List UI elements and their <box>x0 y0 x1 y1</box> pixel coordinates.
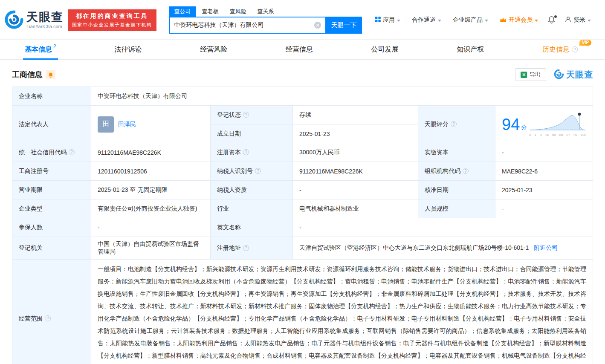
nav-apps-label: 应用 <box>383 16 395 24</box>
label-industry: 行业 <box>211 199 293 218</box>
value-reg-status: 存续 <box>293 106 418 124</box>
label-tianyan-score: 天眼评分? <box>418 106 495 143</box>
table-row: 经营范围? 一般项目：电池制造【分支机构经营】；新兴能源技术研发；资源再生利用技… <box>12 260 593 364</box>
slogan-line-2: 国家中小企业发展子基金旗下机构 <box>72 22 152 28</box>
label-legal-rep: 法定代表人 <box>12 106 91 143</box>
label-paid-capital: 实缴资本 <box>418 143 495 162</box>
tab-history-info[interactable]: 历史信息 ? VIP <box>542 40 580 59</box>
label-company-name: 企业名称 <box>12 87 91 106</box>
help-icon[interactable]: ? <box>255 168 261 174</box>
nearby-companies-link[interactable]: 附近公司 <box>534 244 558 251</box>
value-reg-authority: 中国（天津）自由贸易试验区市场监督管理局 <box>91 237 211 260</box>
label-business-scope: 经营范围? <box>12 260 91 364</box>
help-icon[interactable]: ? <box>451 121 457 127</box>
value-company-name: 中资环电芯科技（天津）有限公司 <box>91 87 593 106</box>
taxpayer-id-label-text: 纳税人识别号 <box>217 168 253 174</box>
tianyancha-swirl-icon <box>554 69 564 81</box>
table-row: 企业名称 中资环电芯科技（天津）有限公司 <box>12 87 593 106</box>
chevron-down-icon <box>588 20 591 22</box>
slogan-line-1: 都在用的商业查询工具 <box>72 12 152 20</box>
chevron-down-icon <box>438 20 441 22</box>
value-business-scope: 一般项目：电池制造【分支机构经营】；新兴能源技术研发；资源再生利用技术研发；资源… <box>91 260 593 364</box>
search-tab-company[interactable]: 查公司 <box>169 6 196 17</box>
table-row: 法定代表人 田 田泽民 登记状态? 存续 天眼评分? 94 分 <box>12 106 593 124</box>
table-row: 参保人数 - 英文名称 - <box>12 218 593 237</box>
table-row: 工商注册号 120116001912506 纳税人识别号? 91120116MA… <box>12 162 593 181</box>
value-company-type: 有限责任公司(外商投资企业法人独资) <box>91 199 211 218</box>
help-icon[interactable]: ? <box>69 149 75 155</box>
search-box <box>169 17 326 34</box>
help-icon[interactable]: ? <box>572 46 578 52</box>
help-icon[interactable]: ? <box>243 245 249 251</box>
label-reg-address: 注册地址? <box>211 237 293 260</box>
score-unit: 分 <box>521 124 527 131</box>
nav-enterprise-products[interactable]: 企业级产品 <box>447 16 494 24</box>
value-english-name: - <box>293 218 593 237</box>
monitor-bell-icon[interactable] <box>46 70 55 79</box>
tab-operation-risk[interactable]: 经营风险 <box>200 40 227 59</box>
search-area: 查公司 查老板 查风险 查关系 天眼一下 <box>169 6 362 34</box>
business-info-table: 企业名称 中资环电芯科技（天津）有限公司 法定代表人 田 田泽民 登记状态? 存… <box>12 87 593 364</box>
label-english-name: 英文名称 <box>211 218 293 237</box>
label-staff-size: 人员规模 <box>418 199 495 218</box>
reg-address-label-text: 注册地址 <box>217 244 241 251</box>
value-tianyan-score: 94 分 0131550859799100 <box>495 106 593 143</box>
watermark-text: 天眼查 <box>566 69 593 81</box>
chevron-down-icon <box>535 20 538 22</box>
export-label: 导出 <box>530 71 541 78</box>
nav-user[interactable]: 费米 <box>559 16 596 24</box>
tab-intellectual-property[interactable]: 知识产权 <box>457 40 484 59</box>
logo-domain: TianYanCha.com <box>26 24 64 29</box>
help-icon[interactable]: ? <box>463 168 469 174</box>
nav-enterprise-label: 企业级产品 <box>453 16 483 24</box>
nav-apps[interactable]: 应用 <box>370 16 406 24</box>
value-staff-size: - <box>495 199 593 218</box>
credit-code-label-text: 统一社会信用代码 <box>19 149 67 156</box>
table-row: 登记机关 中国（天津）自由贸易试验区市场监督管理局 注册地址? 天津自贸试验区（… <box>12 237 593 260</box>
org-code-label-text: 组织机构代码 <box>425 168 460 174</box>
legal-rep-link[interactable]: 田泽民 <box>118 121 136 128</box>
label-reg-capital: 注册资本? <box>211 143 293 162</box>
search-tab-boss[interactable]: 查老板 <box>197 6 224 17</box>
crown-icon <box>500 17 507 23</box>
label-establish-date: 成立日期 <box>211 124 293 143</box>
notification-dot-icon <box>554 15 557 18</box>
vip-badge: VIP <box>579 40 591 46</box>
tab-company-development[interactable]: 公司发展 <box>371 40 399 59</box>
tab-basic-info[interactable]: 基本信息 2 <box>25 40 56 59</box>
nav-open-vip[interactable]: 开通会员 <box>494 16 544 24</box>
nav-vip-label: 开通会员 <box>509 16 533 24</box>
score-axis-ticks: 0131550859799100 <box>529 133 586 137</box>
tianyancha-logo[interactable]: 天眼查 TianYanCha.com <box>4 10 64 31</box>
notification-bell[interactable] <box>544 16 559 25</box>
search-button[interactable]: 天眼一下 <box>326 17 362 34</box>
help-icon[interactable]: ? <box>45 315 51 321</box>
value-paid-capital: - <box>495 143 593 162</box>
top-navigation: 应用 合作通道 企业级产品 开通会员 <box>370 16 596 25</box>
label-reg-authority: 登记机关 <box>12 237 91 260</box>
table-row: 营业期限 2025-01-23 至 无固定期限 纳税人资质 - 核准日期 202… <box>12 181 593 199</box>
reg-status-label-text: 登记状态 <box>217 111 241 118</box>
nav-username-label: 费米 <box>573 16 585 24</box>
label-taxpayer-id: 纳税人识别号? <box>211 162 293 181</box>
value-reg-address: 天津自贸试验区（空港经济区）中心大道与东二道交口东北侧瑞航广场20号楼-10-6… <box>293 237 593 260</box>
search-tabs: 查公司 查老板 查风险 查关系 <box>169 6 362 17</box>
help-icon[interactable]: ? <box>243 112 249 118</box>
search-input[interactable] <box>174 22 314 29</box>
tab-business-info[interactable]: 经营信息 <box>286 40 313 59</box>
tab-legal-litigation[interactable]: 法律诉讼 <box>114 40 142 59</box>
clear-search-icon[interactable] <box>314 22 321 29</box>
business-info-header: 工商信息 导出 天眼查 <box>12 68 593 81</box>
search-tab-relation[interactable]: 查关系 <box>252 6 279 17</box>
apps-grid-icon <box>375 17 381 23</box>
value-org-code: MAE98C22-6 <box>495 162 593 181</box>
value-reg-capital: 30000万人民币 <box>293 143 418 162</box>
search-tab-risk[interactable]: 查风险 <box>225 6 252 17</box>
help-icon[interactable]: ? <box>243 149 249 155</box>
value-reg-number: 120116001912506 <box>91 162 211 181</box>
score-label-text: 天眼评分 <box>425 121 449 127</box>
legal-rep-avatar[interactable]: 田 <box>98 116 114 133</box>
export-button[interactable]: 导出 <box>515 68 546 81</box>
nav-cooperation[interactable]: 合作通道 <box>406 16 447 24</box>
label-org-code: 组织机构代码? <box>418 162 495 181</box>
